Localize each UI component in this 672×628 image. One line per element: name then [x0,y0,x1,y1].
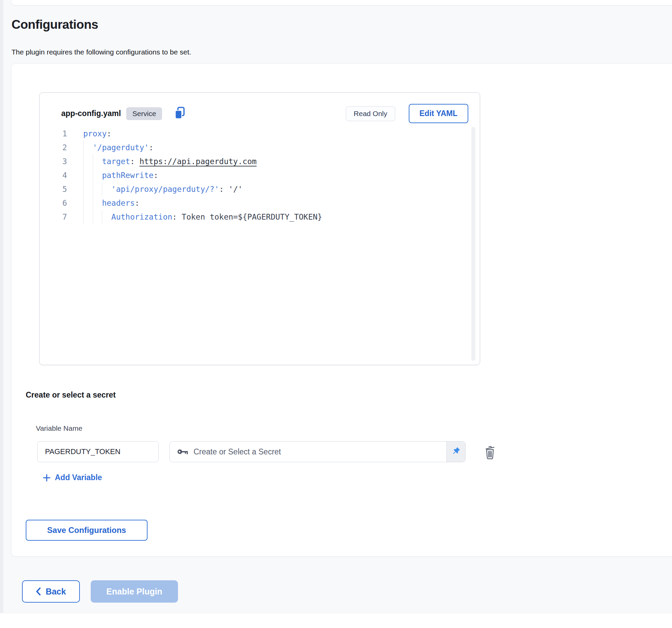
back-button[interactable]: Back [22,580,80,603]
code-text: headers: [83,196,470,210]
code-text: target: https://api.pagerduty.com [83,155,470,169]
key-icon [177,449,188,455]
config-filename: app-config.yaml [61,109,121,118]
read-only-badge: Read Only [346,106,395,121]
editor-scrollbar[interactable] [471,127,475,361]
line-number: 5 [40,182,83,196]
indent-guide [102,182,102,196]
chevron-left-icon [36,587,41,596]
delete-variable-button[interactable] [484,445,496,461]
code-line: 1proxy: [40,127,470,141]
plus-icon [43,474,51,482]
line-number: 3 [40,155,83,169]
code-line: 5'api/proxy/pagerduty/?': '/' [40,182,470,196]
line-number: 1 [40,127,83,141]
add-variable-label: Add Variable [55,473,102,482]
yaml-code-block: 1proxy:2'/pagerduty':3target: https://ap… [40,127,470,365]
back-button-label: Back [46,587,66,597]
variable-name-label: Variable Name [36,424,82,432]
indent-guide [93,210,93,224]
variable-name-input[interactable] [37,441,159,462]
code-text: '/pagerduty': [83,141,470,155]
yaml-editor-card: app-config.yaml Service Read Only Edit Y… [39,92,480,365]
enable-plugin-button[interactable]: Enable Plugin [91,580,178,603]
indent-guide [83,155,84,169]
page-subtitle: The plugin requires the following config… [12,48,191,56]
code-text: 'api/proxy/pagerduty/?': '/' [83,182,470,196]
page-title: Configurations [12,18,98,32]
copy-icon [174,106,186,121]
code-text: Authorization: Token token=${PAGERDUTY_T… [83,210,470,224]
line-number: 2 [40,141,83,155]
indent-guide [102,210,102,224]
code-text: proxy: [83,127,470,141]
line-number: 7 [40,210,83,224]
indent-guide [93,169,93,182]
secret-section-heading: Create or select a secret [26,390,116,400]
code-line: 2'/pagerduty': [40,141,470,155]
trash-icon [484,455,496,461]
previous-card-edge [11,0,672,5]
indent-guide [83,169,84,182]
pin-secret-button[interactable] [446,442,465,462]
indent-guide [93,182,93,196]
code-text: pathRewrite: [83,169,470,182]
save-configurations-button[interactable]: Save Configurations [26,520,148,541]
indent-guide [83,210,84,224]
code-lines: 1proxy:2'/pagerduty':3target: https://ap… [40,127,470,224]
secret-select-placeholder: Create or Select a Secret [194,447,446,456]
left-edge-strip [0,0,3,613]
code-line: 6headers: [40,196,470,210]
indent-guide [83,182,84,196]
add-variable-button[interactable]: Add Variable [43,473,102,482]
indent-guide [93,155,93,169]
pin-icon [451,446,461,457]
secret-select-dropdown[interactable]: Create or Select a Secret [170,441,466,462]
line-number: 6 [40,196,83,210]
code-line: 3target: https://api.pagerduty.com [40,155,470,169]
indent-guide [83,196,84,210]
yaml-editor-header: app-config.yaml Service Read Only Edit Y… [40,93,480,127]
service-badge: Service [126,107,162,120]
copy-button[interactable] [174,106,186,121]
line-number: 4 [40,169,83,182]
edit-yaml-button[interactable]: Edit YAML [409,104,468,123]
code-line: 7Authorization: Token token=${PAGERDUTY_… [40,210,470,224]
indent-guide [83,141,84,155]
configurations-card: app-config.yaml Service Read Only Edit Y… [11,63,672,557]
code-line: 4pathRewrite: [40,169,470,182]
indent-guide [93,196,93,210]
plugin-configuration-page: Configurations The plugin requires the f… [0,0,672,628]
